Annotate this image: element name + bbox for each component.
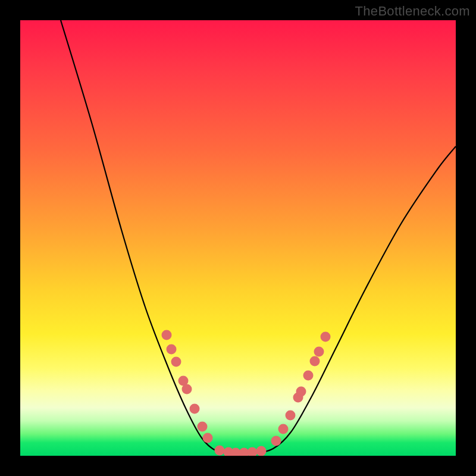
data-marker bbox=[278, 424, 289, 434]
data-marker bbox=[167, 345, 177, 355]
data-marker bbox=[203, 433, 213, 443]
curve-svg bbox=[20, 20, 456, 456]
data-marker bbox=[286, 411, 296, 421]
marker-group-right bbox=[271, 332, 331, 446]
data-marker bbox=[321, 332, 331, 342]
plot-area bbox=[20, 20, 456, 456]
data-marker bbox=[296, 387, 306, 397]
data-marker bbox=[303, 371, 314, 381]
chart-frame: TheBottleneck.com bbox=[0, 0, 476, 476]
data-marker bbox=[271, 436, 281, 446]
data-marker bbox=[314, 347, 324, 357]
data-marker bbox=[190, 404, 200, 414]
data-marker bbox=[256, 446, 267, 456]
data-marker bbox=[215, 446, 225, 456]
data-marker bbox=[248, 447, 258, 456]
bottleneck-curve bbox=[61, 20, 456, 453]
watermark-text: TheBottleneck.com bbox=[355, 4, 470, 19]
data-marker bbox=[310, 356, 320, 367]
marker-group-left bbox=[162, 330, 213, 443]
data-marker bbox=[171, 357, 181, 367]
marker-group-bottom bbox=[215, 446, 267, 456]
data-marker bbox=[162, 330, 172, 340]
data-marker bbox=[198, 422, 208, 432]
data-marker bbox=[182, 384, 192, 394]
